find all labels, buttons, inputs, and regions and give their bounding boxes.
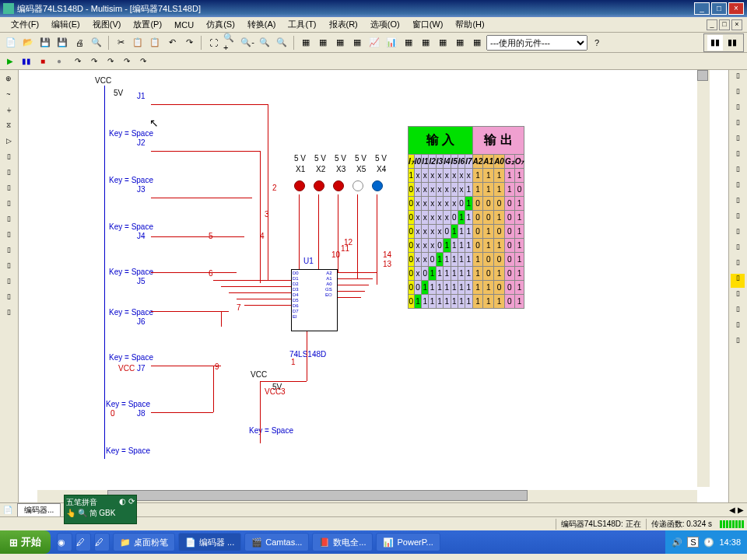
menu-window[interactable]: 窗口(W)	[406, 17, 450, 32]
right-tool-15[interactable]: ▯	[731, 289, 745, 303]
paste-button[interactable]: 📋	[147, 35, 163, 51]
right-tool-12[interactable]: ▯	[731, 243, 745, 257]
step5-button[interactable]: ↷	[136, 54, 150, 68]
record-button[interactable]: ●	[52, 54, 66, 68]
save-button[interactable]: 💾	[37, 35, 53, 51]
switch-j6[interactable]: J6	[137, 317, 146, 326]
sheet-button[interactable]: ▦	[332, 35, 348, 51]
system-tray[interactable]: 🔊 S 🕐 14:38	[665, 530, 747, 554]
left-tool-6[interactable]: ▯	[2, 149, 16, 163]
menu-file[interactable]: 文件(F)	[5, 17, 45, 32]
run-button[interactable]: ▶	[3, 54, 17, 68]
pause-button[interactable]: ▮▮	[19, 54, 33, 68]
fullscreen-button[interactable]: ⛶	[205, 35, 221, 51]
switch-j8[interactable]: J8	[137, 409, 146, 418]
right-tool-4[interactable]: ▯	[731, 118, 745, 132]
left-tool-2[interactable]: ~	[2, 87, 16, 101]
right-tool-6[interactable]: ▯	[731, 149, 745, 163]
left-tool-1[interactable]: ⊕	[2, 72, 16, 86]
task-5[interactable]: 📊PowerP...	[376, 533, 440, 551]
probe-led-2[interactable]	[314, 180, 324, 191]
menu-options[interactable]: 选项(O)	[364, 17, 406, 32]
stop-button[interactable]: ■	[36, 54, 50, 68]
switch-j1[interactable]: J1	[137, 92, 146, 100]
component-combo[interactable]: ---使用的元件---	[486, 35, 587, 51]
menu-view[interactable]: 视图(V)	[86, 17, 128, 32]
left-tool-13[interactable]: ▯	[2, 258, 16, 272]
cut-button[interactable]: ✂	[113, 35, 128, 51]
help-button[interactable]: ?	[589, 35, 605, 51]
left-tool-16[interactable]: ▯	[2, 305, 16, 319]
probe-led-4[interactable]	[372, 180, 383, 191]
mdi-restore[interactable]: □	[719, 19, 730, 30]
print-button[interactable]: 🖨	[72, 35, 87, 51]
quick-3[interactable]: 🖊	[94, 533, 110, 551]
close-button[interactable]: ×	[728, 2, 744, 15]
sim-switch-on[interactable]: ▮▮	[707, 35, 723, 51]
probe-led-1[interactable]	[294, 180, 305, 191]
list-button[interactable]: ▦	[418, 35, 433, 51]
step3-button[interactable]: ↷	[103, 54, 117, 68]
right-tool-3[interactable]: ▯	[731, 103, 745, 117]
menu-sim[interactable]: 仿真(S)	[200, 17, 241, 32]
undo-button[interactable]: ↶	[164, 35, 180, 51]
left-tool-15[interactable]: ▯	[2, 289, 16, 303]
step-button[interactable]: ↷	[71, 54, 85, 68]
left-tool-7[interactable]: ▯	[2, 165, 16, 179]
step4-button[interactable]: ↷	[120, 54, 134, 68]
right-tool-2[interactable]: ▯	[731, 87, 745, 101]
left-tool-12[interactable]: ▯	[2, 243, 16, 257]
vertical-scrollbar[interactable]	[697, 70, 710, 487]
menu-tools[interactable]: 工具(T)	[282, 17, 322, 32]
save-all-button[interactable]: 💾	[54, 35, 70, 51]
grid-button[interactable]: ▦	[315, 35, 331, 51]
right-tool-11[interactable]: ▯	[731, 227, 745, 241]
document-tab[interactable]: 编码器...	[17, 503, 61, 516]
quick-1[interactable]: ◉	[57, 533, 72, 551]
erc-button[interactable]: ▦	[349, 35, 365, 51]
task-2[interactable]: 📄编码器 ...	[178, 533, 241, 551]
left-tool-4[interactable]: ⧖	[2, 118, 16, 132]
switch-j4[interactable]: J4	[137, 232, 146, 240]
menu-edit[interactable]: 编辑(E)	[45, 17, 86, 32]
redo-button[interactable]: ↷	[181, 35, 197, 51]
right-tool-8[interactable]: ▯	[731, 180, 745, 194]
switch-j7[interactable]: J7	[137, 364, 146, 373]
zoomout-button[interactable]: 🔍-	[240, 35, 255, 51]
db-button[interactable]: ▦	[401, 35, 416, 51]
tray-icon-1[interactable]: 🔊	[672, 537, 682, 548]
right-tool-17[interactable]: ▯	[731, 320, 745, 334]
switch-j5[interactable]: J5	[137, 277, 146, 285]
task-3[interactable]: 🎬Camtas...	[244, 533, 309, 551]
zoomfit-button[interactable]: 🔍	[257, 35, 272, 51]
copy-button[interactable]: 📋	[130, 35, 146, 51]
new-button[interactable]: 📄	[3, 35, 19, 51]
schematic-canvas[interactable]: VCC 5V J1 Key = Space J2 Key = Space J3 …	[19, 70, 715, 487]
list2-button[interactable]: ▦	[435, 35, 451, 51]
open-button[interactable]: 📂	[20, 35, 36, 51]
left-tool-5[interactable]: ▷	[2, 134, 16, 148]
left-tool-11[interactable]: ▯	[2, 227, 16, 241]
right-tool-1[interactable]: ▯	[731, 72, 745, 86]
sim-switch-pause[interactable]: ▮▮	[724, 35, 740, 51]
left-tool-3[interactable]: ⏚	[2, 103, 16, 117]
maximize-button[interactable]: □	[711, 2, 727, 15]
left-tool-9[interactable]: ▯	[2, 196, 16, 210]
post-button[interactable]: 📊	[384, 35, 399, 51]
preview-button[interactable]: 🔍	[89, 35, 104, 51]
right-tool-13[interactable]: ▯	[731, 258, 745, 272]
probe-led-5[interactable]	[352, 180, 363, 191]
transfer-button[interactable]: ▦	[469, 35, 485, 51]
menu-mcu[interactable]: MCU	[168, 19, 200, 31]
mdi-minimize[interactable]: _	[707, 19, 717, 30]
left-tool-8[interactable]: ▯	[2, 180, 16, 194]
hier-button[interactable]: ▦	[298, 35, 314, 51]
probe-led-3[interactable]	[333, 180, 344, 191]
menu-help[interactable]: 帮助(H)	[449, 17, 490, 32]
right-tool-14[interactable]: ▯	[731, 274, 745, 288]
minimize-button[interactable]: _	[694, 2, 710, 15]
right-tool-7[interactable]: ▯	[731, 165, 745, 179]
right-tool-9[interactable]: ▯	[731, 196, 745, 210]
graph-button[interactable]: 📈	[366, 35, 382, 51]
zoomin-button[interactable]: 🔍+	[223, 35, 238, 51]
